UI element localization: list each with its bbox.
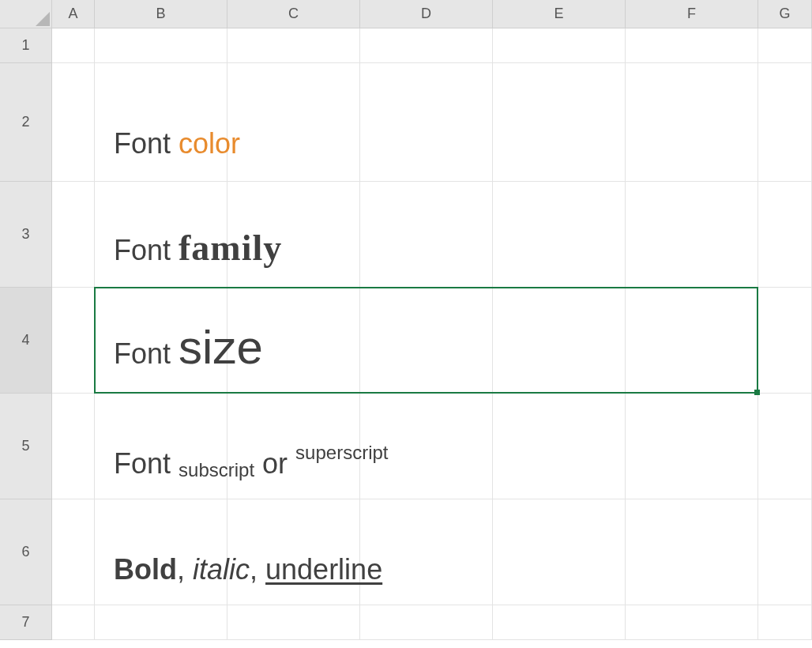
column-header-e[interactable]: E: [493, 0, 626, 28]
column-header-c[interactable]: C: [227, 0, 360, 28]
row-header-4[interactable]: 4: [0, 288, 52, 394]
cell-c1[interactable]: [227, 28, 360, 63]
text-run: superscript: [295, 442, 388, 463]
cell-content-b4[interactable]: Font size: [95, 288, 806, 394]
cell-f7[interactable]: [626, 605, 758, 640]
cell-content-b2[interactable]: Font color: [95, 63, 806, 182]
cell-a6[interactable]: [52, 499, 95, 605]
cell-content-b5[interactable]: Font subscript or superscript: [95, 394, 806, 499]
text-run: Font: [114, 447, 179, 480]
column-header-f[interactable]: F: [626, 0, 758, 28]
column-header-d[interactable]: D: [360, 0, 493, 28]
cell-g7[interactable]: [758, 605, 812, 640]
text-run: color: [179, 127, 240, 160]
text-run: size: [179, 321, 263, 374]
row-header-5[interactable]: 5: [0, 394, 52, 499]
cell-g1[interactable]: [758, 28, 812, 63]
text-run: Font: [114, 127, 179, 160]
row-header-1[interactable]: 1: [0, 28, 52, 63]
spreadsheet-grid[interactable]: ABCDEFG 1234567 Font colorFont familyFon…: [0, 0, 812, 648]
cell-content-b3[interactable]: Font family: [95, 182, 806, 288]
cell-a7[interactable]: [52, 605, 95, 640]
text-run: Font: [114, 337, 179, 370]
text-run: ,: [177, 553, 193, 586]
select-all-corner[interactable]: [0, 0, 52, 28]
select-all-icon: [34, 10, 51, 28]
cell-a4[interactable]: [52, 288, 95, 394]
row-header-6[interactable]: 6: [0, 499, 52, 605]
column-header-b[interactable]: B: [95, 0, 227, 28]
cell-a2[interactable]: [52, 63, 95, 182]
text-run: underline: [265, 553, 382, 586]
column-header-g[interactable]: G: [758, 0, 812, 28]
cell-a1[interactable]: [52, 28, 95, 63]
column-header-a[interactable]: A: [52, 0, 95, 28]
cell-e7[interactable]: [493, 605, 626, 640]
cell-a5[interactable]: [52, 394, 95, 499]
cell-d7[interactable]: [360, 605, 493, 640]
cell-a3[interactable]: [52, 182, 95, 288]
text-run: Font: [114, 234, 179, 266]
row-header-2[interactable]: 2: [0, 63, 52, 182]
cell-f1[interactable]: [626, 28, 758, 63]
svg-marker-0: [36, 12, 50, 26]
row-header-7[interactable]: 7: [0, 605, 52, 640]
text-run: family: [179, 228, 282, 268]
text-run: or: [254, 447, 295, 480]
cell-d1[interactable]: [360, 28, 493, 63]
cell-b7[interactable]: [95, 605, 227, 640]
text-run: Bold: [114, 553, 177, 586]
cell-b1[interactable]: [95, 28, 227, 63]
cell-content-b6[interactable]: Bold, italic, underline: [95, 499, 806, 605]
cell-c7[interactable]: [227, 605, 360, 640]
row-header-3[interactable]: 3: [0, 182, 52, 288]
text-run: subscript: [179, 459, 254, 480]
text-run: ,: [250, 553, 265, 586]
cell-e1[interactable]: [493, 28, 626, 63]
text-run: italic: [193, 553, 250, 586]
